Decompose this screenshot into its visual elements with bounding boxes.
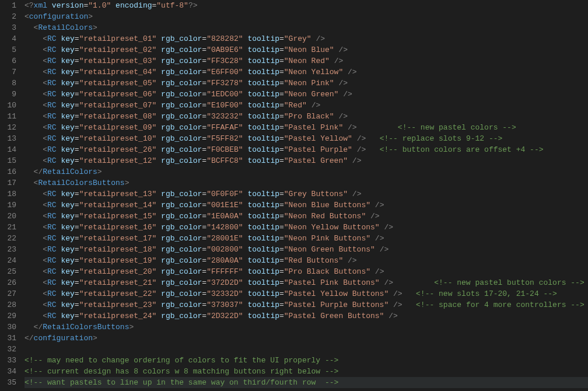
code-line[interactable]: <RC key="retailpreset_10" rgb_color="F5F… xyxy=(24,133,588,144)
code-line[interactable]: <RetailColorsButtons> xyxy=(24,177,588,188)
code-line[interactable]: <RC key="retailpreset_08" rgb_color="323… xyxy=(24,111,588,122)
code-line[interactable]: <RC key="retailpreset_17" rgb_color="280… xyxy=(24,233,588,244)
line-number: 31 xyxy=(5,333,16,344)
code-line[interactable]: <RC key="retailpreset_09" rgb_color="FFA… xyxy=(24,122,588,133)
code-line[interactable]: <RC key="retailpreset_18" rgb_color="002… xyxy=(24,244,588,255)
code-line[interactable]: </RetailColors> xyxy=(24,166,588,177)
code-line[interactable]: </configuration> xyxy=(24,333,588,344)
line-number: 32 xyxy=(5,344,16,355)
code-line[interactable]: <RC key="retailpreset_05" rgb_color="FF3… xyxy=(24,78,588,89)
code-line[interactable]: <RetailColors> xyxy=(24,22,588,33)
code-line[interactable]: <RC key="retailpreset_03" rgb_color="FF3… xyxy=(24,55,588,67)
code-line[interactable]: <RC key="retailpreset_19" rgb_color="280… xyxy=(24,255,588,266)
line-number: 19 xyxy=(5,200,16,211)
line-number: 20 xyxy=(5,211,16,222)
line-number: 3 xyxy=(5,22,16,33)
line-number: 35 xyxy=(5,377,16,388)
code-line[interactable]: <RC key="retailpreset_20" rgb_color="FFF… xyxy=(24,266,588,277)
code-area[interactable]: <?xml version="1.0" encoding="utf-8"?><c… xyxy=(24,0,588,391)
line-number: 28 xyxy=(5,299,16,310)
line-number: 2 xyxy=(5,11,16,22)
line-number: 12 xyxy=(5,122,16,133)
code-line[interactable]: <!-- want pastels to line up in the same… xyxy=(24,377,588,388)
line-number: 27 xyxy=(5,288,16,299)
line-number: 14 xyxy=(5,144,16,155)
code-line[interactable]: <RC key="retailpreset_02" rgb_color="0AB… xyxy=(24,44,588,55)
code-line[interactable]: <RC key="retailpreset_04" rgb_color="E6F… xyxy=(24,67,588,78)
code-line[interactable]: <RC key="retailpreset_21" rgb_color="372… xyxy=(24,277,588,288)
line-number: 8 xyxy=(5,78,16,89)
line-number: 6 xyxy=(5,55,16,67)
code-line[interactable]: </RetailColorsButtons> xyxy=(24,322,588,333)
code-line[interactable]: <RC key="retailpreset_07" rgb_color="E10… xyxy=(24,100,588,111)
line-number: 22 xyxy=(5,233,16,244)
code-line[interactable]: <RC key="retailpreset_23" rgb_color="373… xyxy=(24,299,588,310)
code-line[interactable]: <RC key="retailpreset_01" rgb_color="828… xyxy=(24,33,588,44)
line-number: 15 xyxy=(5,155,16,166)
code-editor[interactable]: 1234567891011121314151617181920212223242… xyxy=(0,0,588,391)
code-line[interactable]: <RC key="retailpreset_12" rgb_color="BCF… xyxy=(24,155,588,166)
line-number: 26 xyxy=(5,277,16,288)
line-number: 9 xyxy=(5,89,16,100)
code-line[interactable]: <RC key="retailpreset_06" rgb_color="1ED… xyxy=(24,89,588,100)
code-line[interactable]: <configuration> xyxy=(24,11,588,22)
line-number: 7 xyxy=(5,67,16,78)
code-line[interactable]: <RC key="retailpreset_13" rgb_color="0F0… xyxy=(24,188,588,200)
line-number: 21 xyxy=(5,222,16,233)
line-number: 4 xyxy=(5,33,16,44)
code-line[interactable]: <!-- current design has 8 colors w 8 mat… xyxy=(24,366,588,377)
code-line[interactable]: <RC key="retailpreset_15" rgb_color="1E0… xyxy=(24,211,588,222)
code-line[interactable] xyxy=(24,344,588,355)
code-line[interactable]: <RC key="retailpreset_14" rgb_color="001… xyxy=(24,200,588,211)
code-line[interactable]: <?xml version="1.0" encoding="utf-8"?> xyxy=(24,0,588,11)
line-number: 13 xyxy=(5,133,16,144)
line-number: 1 xyxy=(5,0,16,11)
line-number: 24 xyxy=(5,255,16,266)
line-number-gutter: 1234567891011121314151617181920212223242… xyxy=(0,0,24,391)
line-number: 18 xyxy=(5,188,16,200)
line-number: 5 xyxy=(5,44,16,55)
line-number: 23 xyxy=(5,244,16,255)
line-number: 17 xyxy=(5,177,16,188)
code-line[interactable]: <RC key="retailpreset_22" rgb_color="323… xyxy=(24,288,588,299)
line-number: 34 xyxy=(5,366,16,377)
line-number: 11 xyxy=(5,111,16,122)
line-number: 25 xyxy=(5,266,16,277)
code-line[interactable]: <RC key="retailpreset_16" rgb_color="142… xyxy=(24,222,588,233)
line-number: 30 xyxy=(5,322,16,333)
line-number: 16 xyxy=(5,166,16,177)
code-line[interactable]: <!-- may need to change ordering of colo… xyxy=(24,355,588,366)
line-number: 33 xyxy=(5,355,16,366)
line-number: 10 xyxy=(5,100,16,111)
code-line[interactable]: <RC key="retailpreset_24" rgb_color="2D3… xyxy=(24,310,588,322)
line-number: 29 xyxy=(5,310,16,322)
code-line[interactable]: <RC key="retailpreset_26" rgb_color="F0C… xyxy=(24,144,588,155)
